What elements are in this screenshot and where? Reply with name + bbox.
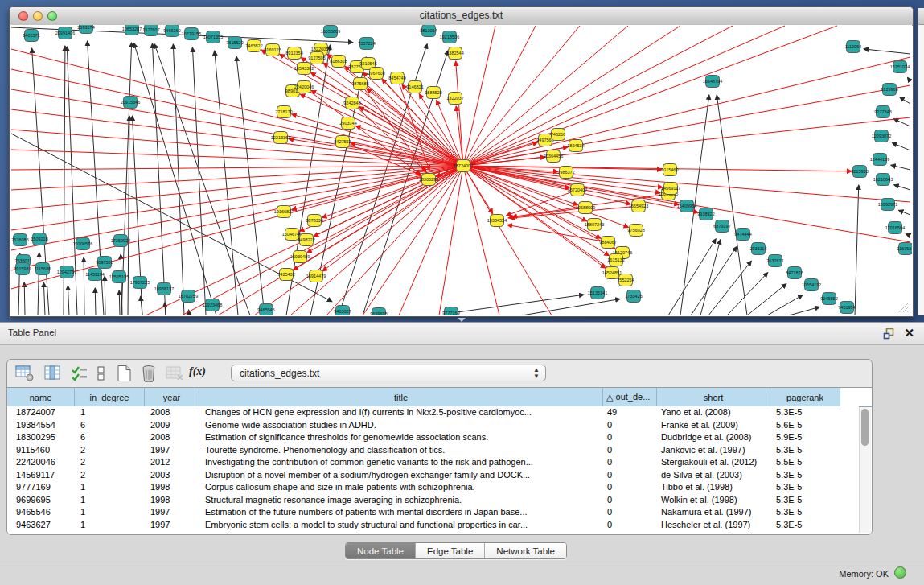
graph-edge-black[interactable] — [898, 210, 910, 215]
table-row[interactable]: 946362711997Embryonic stem cells: a mode… — [7, 519, 859, 532]
column-header-name[interactable]: name — [7, 388, 75, 406]
graph-node[interactable]: 16543302 — [294, 63, 314, 75]
graph-edge-red[interactable] — [463, 26, 580, 166]
graph-edge-red[interactable] — [322, 166, 463, 271]
graph-node[interactable]: 19166827 — [274, 206, 294, 218]
table-row[interactable]: 1830029562008Estimation of significance … — [7, 431, 859, 444]
graph-node[interactable]: 7463822 — [245, 40, 262, 52]
graph-node[interactable]: 8813054 — [420, 25, 437, 37]
graph-node[interactable]: 7632621 — [766, 255, 783, 267]
graph-node[interactable]: 7425402 — [277, 269, 294, 281]
graph-node[interactable]: 16914479 — [306, 270, 326, 282]
citation-graph[interactable]: 9405571209914062093174106532871527607946… — [10, 25, 912, 315]
graph-node[interactable]: 18807243 — [585, 219, 604, 231]
graph-node[interactable]: 9097588 — [96, 257, 113, 269]
graph-node[interactable]: 20364456 — [544, 150, 563, 163]
graph-node[interactable]: 16648794 — [703, 76, 722, 88]
graph-node[interactable]: 7515520 — [226, 37, 243, 49]
graph-node[interactable]: 1112054 — [845, 41, 862, 53]
select-columns-icon[interactable] — [43, 365, 63, 382]
graph-edge-black[interactable] — [906, 234, 910, 236]
graph-node[interactable]: 10653287 — [122, 25, 142, 35]
graph-edge-black[interactable] — [900, 97, 910, 104]
table-row[interactable]: 946554611997Estimation of the future num… — [7, 506, 859, 519]
graph-edge-red[interactable] — [463, 166, 493, 213]
graph-node[interactable]: 1527607 — [142, 25, 159, 36]
graph-node[interactable]: 16782759 — [179, 290, 198, 303]
graph-node[interactable]: 1509218 — [31, 233, 47, 245]
graph-edge-black[interactable] — [727, 273, 768, 315]
graph-node[interactable]: 20915346 — [121, 97, 140, 109]
graph-node[interactable]: 9756928 — [627, 225, 644, 237]
graph-node[interactable]: 2526085 — [11, 234, 28, 246]
graph-node[interactable]: 8471876 — [786, 267, 803, 279]
graph-node[interactable]: 1588520 — [425, 87, 441, 99]
graph-edge-red[interactable] — [11, 130, 463, 166]
graph-node[interactable]: 8427552 — [334, 136, 351, 148]
graph-node[interactable]: 9498222 — [298, 234, 314, 246]
graph-edge-black[interactable] — [38, 253, 39, 315]
memory-status-indicator[interactable] — [894, 566, 906, 579]
graph-node[interactable]: 9127505 — [308, 52, 325, 64]
graph-node[interactable]: 9463627 — [334, 306, 351, 316]
graph-edge-red[interactable] — [463, 26, 785, 166]
graph-node[interactable]: 17957225 — [130, 277, 150, 289]
graph-node[interactable]: 9405571 — [23, 30, 39, 42]
graph-node[interactable]: 9115460 — [661, 164, 678, 176]
table-row[interactable]: 911546021997Tourette syndrome. Phenomeno… — [7, 444, 859, 457]
graph-node[interactable]: 16210643 — [873, 174, 893, 186]
graph-edge-black[interactable] — [717, 95, 747, 315]
graph-node[interactable]: 1167534 — [897, 243, 912, 255]
graph-node[interactable]: 20206576 — [73, 238, 92, 250]
graph-node[interactable]: 6879197 — [713, 220, 730, 233]
graph-node[interactable]: 15720407 — [568, 184, 587, 196]
graph-edge-black[interactable] — [84, 257, 84, 315]
graph-node[interactable]: 9215953 — [851, 166, 868, 178]
graph-edge-red[interactable] — [463, 26, 495, 166]
graph-node[interactable]: 2935114 — [749, 243, 766, 255]
graph-edge-black[interactable] — [152, 43, 166, 315]
graph-edge-black[interactable] — [864, 49, 910, 54]
graph-node[interactable]: 746266 — [551, 129, 565, 141]
graph-node[interactable]: 15135141 — [588, 287, 607, 299]
graph-edge-black[interactable] — [668, 239, 716, 315]
graph-node[interactable]: 2093174 — [77, 25, 94, 34]
scrollbar-thumb[interactable] — [861, 409, 869, 446]
graph-node[interactable]: 14569117 — [661, 183, 680, 195]
graph-node[interactable]: 9245852 — [820, 293, 837, 305]
graph-node[interactable]: 8454749 — [388, 72, 405, 84]
table-row[interactable]: 977716911998Corpus callosum shape and si… — [7, 481, 859, 494]
graph-node[interactable]: 9875685 — [351, 78, 368, 90]
graph-node[interactable]: 8878334 — [306, 215, 322, 227]
graph-node[interactable]: 3915931 — [14, 263, 31, 275]
tab-node-table[interactable]: Node Table — [346, 543, 416, 558]
table-select-dropdown[interactable]: citations_edges.txt ▲▼ — [231, 365, 546, 381]
graph-node[interactable]: 19218506 — [440, 31, 459, 43]
graph-node[interactable]: 1322037 — [446, 93, 463, 105]
graph-node[interactable]: 1733426 — [625, 290, 642, 303]
graph-node[interactable]: 2718170 — [275, 106, 292, 118]
graph-edge-black[interactable] — [708, 261, 751, 315]
graph-node[interactable]: 12093872 — [872, 130, 891, 142]
function-builder-icon[interactable]: f(x) — [189, 365, 208, 383]
tab-edge-table[interactable]: Edge Table — [416, 543, 485, 558]
graph-edge-black[interactable] — [907, 77, 910, 81]
graph-node[interactable]: 18724007 — [454, 160, 473, 172]
graph-node[interactable]: 9474444 — [734, 229, 751, 241]
graph-node[interactable]: 12444159 — [870, 154, 889, 166]
graph-node[interactable]: 2967608 — [368, 68, 384, 80]
graph-node[interactable]: 10719155 — [182, 28, 201, 40]
network-canvas[interactable]: 9405571209914062093174106532871527607946… — [10, 25, 912, 315]
column-header-out_de[interactable]: △ out_de... — [603, 388, 657, 406]
graph-node[interactable]: 15992971 — [878, 199, 897, 211]
graph-node[interactable]: 9242848 — [343, 97, 360, 109]
graph-edge-black[interactable] — [24, 282, 25, 315]
column-header-title[interactable]: title — [199, 388, 603, 406]
graph-edge-black[interactable] — [691, 246, 737, 315]
column-header-in_degree[interactable]: in_degree — [75, 388, 145, 406]
new-table-icon[interactable] — [115, 365, 134, 382]
window-titlebar[interactable]: citations_edges.txt — [10, 7, 913, 26]
graph-edge-black[interactable] — [894, 185, 910, 190]
graph-edge-black[interactable] — [215, 51, 238, 315]
graph-edge-black[interactable] — [451, 295, 584, 313]
